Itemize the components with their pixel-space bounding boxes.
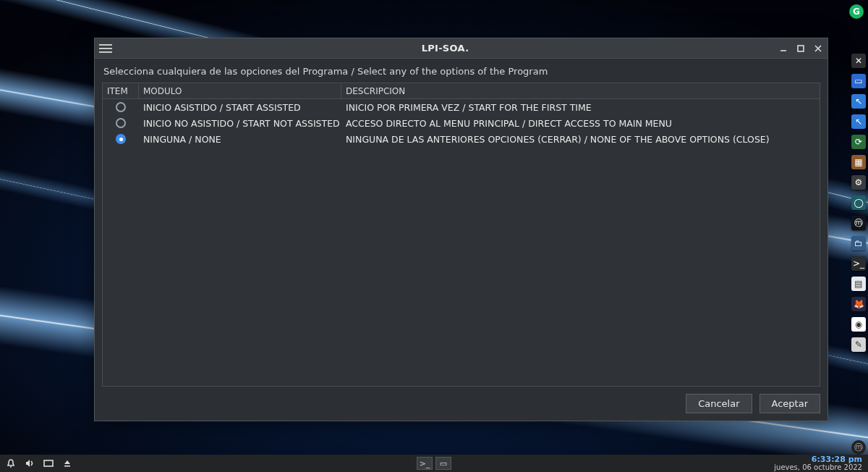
table-row[interactable]: INICIO ASISTIDO / START ASSISTEDINICIO P…: [103, 99, 820, 115]
right-dock: ✕▭↖↖⟳▦⚙◯ⓜ🗀>_▤🦊◉✎: [849, 51, 868, 421]
distro-logo-icon[interactable]: ⓜ: [851, 440, 866, 455]
minimize-button[interactable]: [778, 43, 788, 54]
col-descripcion[interactable]: DESCRIPCION: [341, 84, 820, 98]
cancel-button[interactable]: Cancelar: [686, 394, 752, 413]
notifications-icon[interactable]: [6, 458, 16, 468]
table-header: ITEM MODULO DESCRIPCION: [103, 83, 820, 99]
taskbar-date: jueves, 06 octubre 2022: [774, 464, 862, 472]
cursor-white-icon[interactable]: ↖: [851, 94, 866, 109]
hamburger-icon[interactable]: [99, 43, 112, 54]
radio-icon[interactable]: [116, 102, 126, 112]
chrome-icon[interactable]: ◉: [851, 317, 866, 332]
taskbar: >_ ▭ 6:33:28 pm jueves, 06 octubre 2022: [0, 455, 868, 472]
radio-cell[interactable]: [103, 132, 139, 146]
modulo-cell: INICIO ASISTIDO / START ASSISTED: [139, 101, 341, 114]
titlebar[interactable]: LPI-SOA.: [95, 38, 827, 59]
modulo-cell: NINGUNA / NONE: [139, 132, 341, 146]
radio-cell[interactable]: [103, 101, 139, 114]
dialog-window: LPI-SOA. Selecciona cualquiera de las op…: [94, 38, 828, 421]
refresh-icon[interactable]: ⟳: [851, 135, 866, 149]
table-row[interactable]: INICIO NO ASISTIDO / START NOT ASSISTEDA…: [103, 115, 820, 131]
firefox-icon[interactable]: 🦊: [851, 297, 866, 311]
dialog-subtitle: Selecciona cualquiera de las opciones de…: [102, 64, 820, 83]
radio-icon[interactable]: [116, 118, 126, 128]
tools-icon[interactable]: ✎: [851, 337, 866, 352]
workspaces-icon[interactable]: [43, 458, 54, 468]
svg-rect-1: [798, 46, 804, 51]
svg-rect-6: [64, 465, 70, 467]
package-icon[interactable]: ▦: [851, 155, 866, 169]
gear-icon[interactable]: ⚙: [851, 175, 866, 190]
display-settings-icon[interactable]: ▭: [851, 74, 866, 88]
taskbar-time[interactable]: 6:33:28 pm: [774, 455, 862, 464]
descripcion-cell: INICIO POR PRIMERA VEZ / START FOR THE F…: [341, 101, 820, 114]
maximize-button[interactable]: [796, 43, 806, 54]
corner-app-badge[interactable]: G: [849, 4, 864, 19]
radio-icon[interactable]: [116, 134, 126, 144]
accept-button[interactable]: Aceptar: [760, 394, 820, 413]
window-title: LPI-SOA.: [112, 43, 778, 54]
circle-app-icon[interactable]: ◯: [851, 195, 866, 210]
m-app-icon[interactable]: ⓜ: [851, 216, 866, 230]
close-button[interactable]: [813, 43, 823, 54]
col-item[interactable]: ITEM: [103, 84, 139, 98]
descripcion-cell: ACCESO DIRECTO AL MENU PRINCIPAL / DIREC…: [341, 117, 820, 130]
svg-rect-5: [44, 460, 53, 466]
terminal-icon[interactable]: >_: [851, 256, 866, 271]
cursor-blue-icon[interactable]: ↖: [851, 114, 866, 129]
col-modulo[interactable]: MODULO: [139, 84, 341, 98]
files-icon[interactable]: 🗀: [851, 236, 866, 250]
close-tray-icon[interactable]: ✕: [851, 54, 866, 68]
options-table: ITEM MODULO DESCRIPCION INICIO ASISTIDO …: [102, 83, 820, 387]
descripcion-cell: NINGUNA DE LAS ANTERIORES OPCIONES (CERR…: [341, 132, 820, 146]
modulo-cell: INICIO NO ASISTIDO / START NOT ASSISTED: [139, 117, 341, 130]
radio-cell[interactable]: [103, 117, 139, 130]
taskbar-app-terminal[interactable]: >_: [417, 457, 433, 470]
document-icon[interactable]: ▤: [851, 277, 866, 291]
volume-icon[interactable]: [25, 458, 35, 468]
eject-icon[interactable]: [62, 458, 72, 468]
table-row[interactable]: NINGUNA / NONENINGUNA DE LAS ANTERIORES …: [103, 131, 820, 147]
taskbar-app-window[interactable]: ▭: [435, 457, 451, 470]
